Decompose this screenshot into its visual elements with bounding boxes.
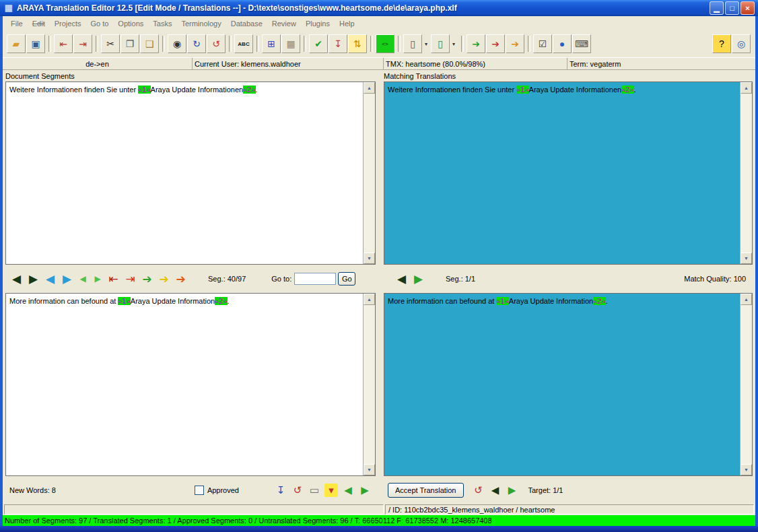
next-fuzzy-icon[interactable]: ➔ xyxy=(156,270,172,288)
device-source-icon-dropdown[interactable]: ▾ xyxy=(423,41,429,47)
accept-translation-button[interactable]: Accept Translation xyxy=(388,483,464,498)
match-target-scrollbar[interactable]: ▲ ▼ xyxy=(740,294,752,475)
prev-target-icon[interactable]: ◀ xyxy=(489,484,502,497)
inline-tag-2: «2» xyxy=(243,86,255,94)
menu-edit[interactable]: Edit xyxy=(28,20,50,28)
open-icon[interactable]: ▰ xyxy=(7,34,26,53)
scroll-up-icon[interactable]: ▲ xyxy=(364,82,375,94)
window-title: ARAYA Translation Editor 12.5 [Edit Mode… xyxy=(17,3,708,13)
scroll-down-icon[interactable]: ▼ xyxy=(740,464,752,475)
match-target-view[interactable]: More information can befound at «1»Araya… xyxy=(384,293,753,476)
menu-terminology[interactable]: Terminology xyxy=(176,20,226,28)
validate-icon[interactable]: ✔ xyxy=(309,34,328,53)
source-segment-text: Weitere Informationen finden Sie unter «… xyxy=(6,82,375,97)
app-window: ▦ ARAYA Translation Editor 12.5 [Edit Mo… xyxy=(0,0,758,526)
segment-counter: Seg.: 40/97 xyxy=(208,275,246,283)
last-segment-icon[interactable]: ▶ xyxy=(25,270,42,288)
inline-tag-2: «2» xyxy=(621,86,633,94)
next-segment-icon[interactable]: ▶ xyxy=(59,270,75,288)
prev-untranslated-icon[interactable]: ⇤ xyxy=(105,270,122,288)
match-source-scrollbar[interactable]: ▲ ▼ xyxy=(740,82,752,264)
next-target-icon[interactable]: ▶ xyxy=(506,484,519,497)
globe-icon[interactable]: ● xyxy=(553,34,572,53)
matching-translations-label: Matching Translations xyxy=(384,71,753,81)
next-alternative-icon[interactable]: ▶ xyxy=(90,270,105,288)
menu-help[interactable]: Help xyxy=(335,20,359,28)
help-icon[interactable]: ? xyxy=(712,34,731,53)
next-match-icon[interactable]: ▶ xyxy=(410,270,427,288)
cut-icon[interactable]: ✂ xyxy=(101,34,120,53)
find-icon[interactable]: ◉ xyxy=(168,34,186,53)
tags-icon[interactable]: <> xyxy=(376,34,394,53)
inline-tag-1: «1» xyxy=(138,86,150,94)
scroll-up-icon[interactable]: ▲ xyxy=(740,294,752,305)
menu-projects[interactable]: Projects xyxy=(50,20,86,28)
search-replace-icon[interactable]: ↺ xyxy=(207,34,226,53)
prev-segment-icon[interactable]: ◀ xyxy=(42,270,59,288)
device-target-icon[interactable]: ▯ xyxy=(431,34,450,53)
checklist-icon[interactable]: ☑ xyxy=(533,34,552,53)
mark-term-icon[interactable]: ▾ xyxy=(324,484,338,497)
main-area: Document Segments Weitere Informationen … xyxy=(3,70,755,504)
match-source-view[interactable]: Weitere Informationen finden Sie unter «… xyxy=(384,81,753,265)
minimize-button[interactable]: ▁ xyxy=(710,1,724,15)
goto-input[interactable] xyxy=(294,273,336,285)
first-segment-icon[interactable]: ◀ xyxy=(8,270,25,288)
prev-file-icon[interactable]: ⇤ xyxy=(54,34,73,53)
paste-icon[interactable]: ❑ xyxy=(140,34,159,53)
menu-review[interactable]: Review xyxy=(267,20,301,28)
rollback-segment-icon[interactable]: ↺ xyxy=(291,484,304,497)
target-scrollbar[interactable]: ▲ ▼ xyxy=(363,294,375,475)
target-segment-text: More information can befound at «1»Araya… xyxy=(6,294,375,308)
target-editor[interactable]: More information can befound at «1»Araya… xyxy=(5,293,376,476)
approved-checkbox[interactable] xyxy=(195,486,204,495)
next-file-icon[interactable]: ⇥ xyxy=(73,34,92,53)
scroll-down-icon[interactable]: ▼ xyxy=(364,253,375,264)
next-untranslated-icon[interactable]: ⇥ xyxy=(122,270,139,288)
scroll-down-icon[interactable]: ▼ xyxy=(740,253,752,264)
calculator-icon[interactable]: ⌨ xyxy=(572,34,591,53)
rollback-translation-icon[interactable]: ↺ xyxy=(472,484,485,497)
menu-go-to[interactable]: Go to xyxy=(85,20,113,28)
menu-plugins[interactable]: Plugins xyxy=(301,20,335,28)
clear-segment-icon[interactable]: ▭ xyxy=(308,484,321,497)
grid-view-icon[interactable]: ▦ xyxy=(281,34,300,53)
prev-new-word-icon[interactable]: ◀ xyxy=(341,484,355,497)
next-new-word-icon[interactable]: ▶ xyxy=(358,484,372,497)
scroll-down-icon[interactable]: ▼ xyxy=(364,464,375,475)
prev-match-icon[interactable]: ◀ xyxy=(393,270,410,288)
source-editor[interactable]: Weitere Informationen finden Sie unter «… xyxy=(5,81,376,265)
transfer-accept-icon[interactable]: ➔ xyxy=(467,34,485,53)
split-segment-icon[interactable]: ⇅ xyxy=(348,34,367,53)
menu-tasks[interactable]: Tasks xyxy=(148,20,176,28)
scroll-up-icon[interactable]: ▲ xyxy=(740,82,752,94)
device-target-icon-dropdown[interactable]: ▾ xyxy=(450,41,457,47)
source-scrollbar[interactable]: ▲ ▼ xyxy=(363,82,375,264)
toolbar-separator xyxy=(528,36,530,52)
match-target-text: More information can befound at «1»Araya… xyxy=(384,294,752,308)
segment-text: More information can befound at xyxy=(9,297,118,305)
copy-source-to-target-icon[interactable]: ↧ xyxy=(274,484,287,497)
spellcheck-icon[interactable]: ABC xyxy=(234,34,253,53)
device-source-icon[interactable]: ▯ xyxy=(403,34,422,53)
prev-alternative-icon[interactable]: ◀ xyxy=(75,270,90,288)
next-approved-icon[interactable]: ➔ xyxy=(172,270,189,288)
transfer-next-icon[interactable]: ➔ xyxy=(506,34,524,53)
about-icon[interactable]: ◎ xyxy=(732,34,751,53)
transfer-reject-icon[interactable]: ➔ xyxy=(486,34,505,53)
match-source-text: Weitere Informationen finden Sie unter «… xyxy=(384,82,752,97)
save-icon[interactable]: ▣ xyxy=(26,34,45,53)
menu-file[interactable]: File xyxy=(6,20,28,28)
menu-options[interactable]: Options xyxy=(113,20,148,28)
menu-database[interactable]: Database xyxy=(226,20,267,28)
next-translated-icon[interactable]: ➔ xyxy=(139,270,156,288)
copy-icon[interactable]: ❐ xyxy=(120,34,139,53)
go-button[interactable]: Go xyxy=(338,272,355,286)
title-bar[interactable]: ▦ ARAYA Translation Editor 12.5 [Edit Mo… xyxy=(0,0,758,16)
restore-button[interactable]: □ xyxy=(725,1,739,15)
scroll-up-icon[interactable]: ▲ xyxy=(364,294,375,305)
search-source-icon[interactable]: ↻ xyxy=(187,34,206,53)
window-layout-icon[interactable]: ⊞ xyxy=(262,34,281,53)
merge-down-icon[interactable]: ↧ xyxy=(329,34,347,53)
close-button[interactable]: × xyxy=(740,1,755,15)
